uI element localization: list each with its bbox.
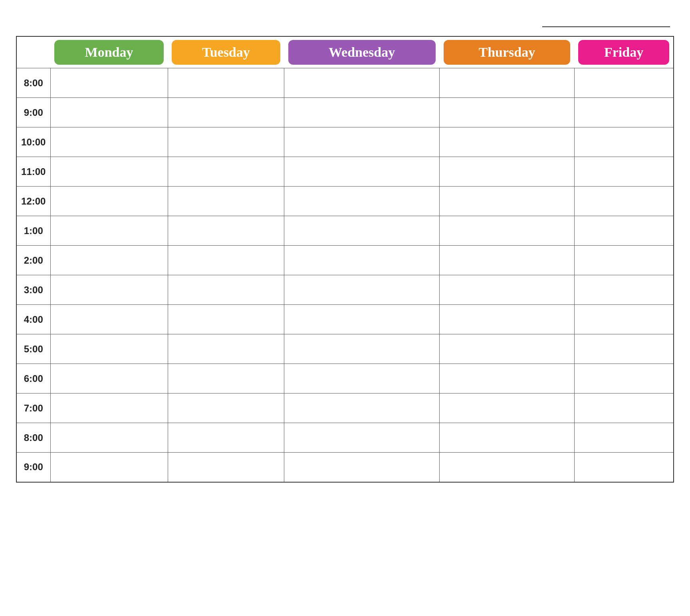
day-header-wednesday: Wednesday (284, 36, 440, 68)
cell-monday-3[interactable] (50, 157, 168, 187)
cell-tuesday-11[interactable] (168, 393, 284, 423)
cell-monday-1[interactable] (50, 98, 168, 127)
cell-wednesday-4[interactable] (284, 187, 440, 216)
cell-wednesday-5[interactable] (284, 216, 440, 246)
cell-monday-12[interactable] (50, 423, 168, 453)
cell-friday-7[interactable] (574, 275, 674, 305)
planner-table: MondayTuesdayWednesdayThursdayFriday 8:0… (16, 36, 674, 483)
cell-wednesday-6[interactable] (284, 246, 440, 275)
cell-thursday-5[interactable] (440, 216, 575, 246)
cell-tuesday-13[interactable] (168, 453, 284, 482)
cell-tuesday-3[interactable] (168, 157, 284, 187)
cell-monday-7[interactable] (50, 275, 168, 305)
time-label-10: 6:00 (16, 364, 50, 393)
cell-friday-12[interactable] (574, 423, 674, 453)
table-row: 7:00 (16, 393, 674, 423)
cell-monday-9[interactable] (50, 334, 168, 364)
week-of-label (540, 16, 670, 29)
cell-friday-4[interactable] (574, 187, 674, 216)
cell-wednesday-13[interactable] (284, 453, 440, 482)
table-row: 6:00 (16, 364, 674, 393)
cell-wednesday-1[interactable] (284, 98, 440, 127)
cell-friday-10[interactable] (574, 364, 674, 393)
cell-wednesday-0[interactable] (284, 68, 440, 98)
table-row: 3:00 (16, 275, 674, 305)
time-label-4: 12:00 (16, 187, 50, 216)
cell-tuesday-9[interactable] (168, 334, 284, 364)
cell-wednesday-7[interactable] (284, 275, 440, 305)
cell-thursday-10[interactable] (440, 364, 575, 393)
cell-monday-8[interactable] (50, 305, 168, 334)
cell-tuesday-4[interactable] (168, 187, 284, 216)
cell-monday-4[interactable] (50, 187, 168, 216)
cell-thursday-4[interactable] (440, 187, 575, 216)
cell-monday-0[interactable] (50, 68, 168, 98)
cell-thursday-0[interactable] (440, 68, 575, 98)
day-header-thursday: Thursday (440, 36, 575, 68)
day-badge-tuesday: Tuesday (172, 40, 280, 65)
cell-wednesday-9[interactable] (284, 334, 440, 364)
cell-thursday-2[interactable] (440, 127, 575, 157)
cell-friday-2[interactable] (574, 127, 674, 157)
cell-thursday-7[interactable] (440, 275, 575, 305)
time-label-1: 9:00 (16, 98, 50, 127)
cell-wednesday-8[interactable] (284, 305, 440, 334)
cell-tuesday-7[interactable] (168, 275, 284, 305)
cell-friday-11[interactable] (574, 393, 674, 423)
cell-thursday-1[interactable] (440, 98, 575, 127)
cell-wednesday-10[interactable] (284, 364, 440, 393)
cell-wednesday-3[interactable] (284, 157, 440, 187)
cell-thursday-3[interactable] (440, 157, 575, 187)
cell-friday-6[interactable] (574, 246, 674, 275)
day-header-tuesday: Tuesday (168, 36, 284, 68)
cell-tuesday-2[interactable] (168, 127, 284, 157)
cell-tuesday-6[interactable] (168, 246, 284, 275)
cell-thursday-9[interactable] (440, 334, 575, 364)
cell-tuesday-12[interactable] (168, 423, 284, 453)
cell-friday-5[interactable] (574, 216, 674, 246)
cell-friday-1[interactable] (574, 98, 674, 127)
cell-thursday-6[interactable] (440, 246, 575, 275)
table-row: 9:00 (16, 453, 674, 482)
table-row: 8:00 (16, 423, 674, 453)
cell-friday-0[interactable] (574, 68, 674, 98)
time-label-2: 10:00 (16, 127, 50, 157)
table-row: 8:00 (16, 68, 674, 98)
cell-wednesday-2[interactable] (284, 127, 440, 157)
cell-friday-8[interactable] (574, 305, 674, 334)
day-badge-monday: Monday (54, 40, 164, 65)
table-row: 9:00 (16, 98, 674, 127)
time-label-3: 11:00 (16, 157, 50, 187)
table-row: 5:00 (16, 334, 674, 364)
day-header-friday: Friday (574, 36, 674, 68)
time-label-7: 3:00 (16, 275, 50, 305)
time-label-11: 7:00 (16, 393, 50, 423)
cell-friday-3[interactable] (574, 157, 674, 187)
time-label-8: 4:00 (16, 305, 50, 334)
cell-tuesday-10[interactable] (168, 364, 284, 393)
cell-thursday-13[interactable] (440, 453, 575, 482)
time-label-13: 9:00 (16, 453, 50, 482)
cell-monday-11[interactable] (50, 393, 168, 423)
cell-monday-13[interactable] (50, 453, 168, 482)
cell-monday-6[interactable] (50, 246, 168, 275)
cell-monday-2[interactable] (50, 127, 168, 157)
cell-friday-9[interactable] (574, 334, 674, 364)
cell-wednesday-12[interactable] (284, 423, 440, 453)
day-badge-thursday: Thursday (444, 40, 571, 65)
cell-monday-10[interactable] (50, 364, 168, 393)
cell-monday-5[interactable] (50, 216, 168, 246)
day-badge-friday: Friday (578, 40, 669, 65)
cell-thursday-12[interactable] (440, 423, 575, 453)
cell-thursday-8[interactable] (440, 305, 575, 334)
table-row: 12:00 (16, 187, 674, 216)
cell-thursday-11[interactable] (440, 393, 575, 423)
cell-tuesday-1[interactable] (168, 98, 284, 127)
cell-wednesday-11[interactable] (284, 393, 440, 423)
table-row: 10:00 (16, 127, 674, 157)
time-label-9: 5:00 (16, 334, 50, 364)
cell-tuesday-5[interactable] (168, 216, 284, 246)
cell-tuesday-8[interactable] (168, 305, 284, 334)
cell-friday-13[interactable] (574, 453, 674, 482)
cell-tuesday-0[interactable] (168, 68, 284, 98)
